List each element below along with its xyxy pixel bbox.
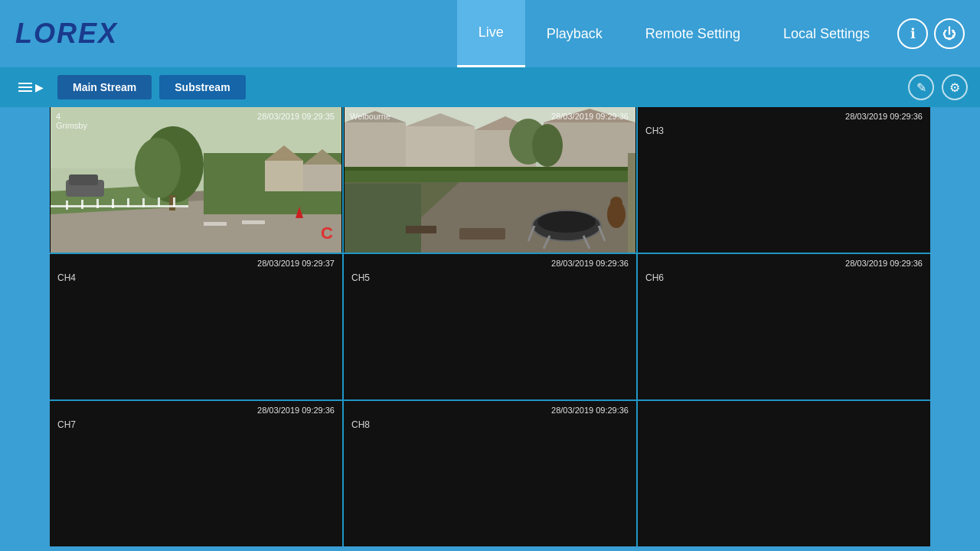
svg-point-54	[610, 197, 622, 209]
edit-icon-button[interactable]: ✎	[908, 74, 934, 100]
svg-rect-25	[303, 165, 341, 191]
ch6-timestamp: 28/03/2019 09:29:36	[845, 259, 923, 268]
camera-cell-ch6[interactable]: 28/03/2019 09:29:36 CH6	[638, 254, 930, 399]
ch3-timestamp: 28/03/2019 09:29:36	[845, 112, 923, 121]
svg-rect-21	[242, 220, 265, 224]
ch5-timestamp: 28/03/2019 09:29:36	[551, 259, 629, 268]
ch4-timestamp: 28/03/2019 09:29:37	[257, 259, 335, 268]
svg-rect-13	[112, 199, 114, 208]
svg-rect-11	[81, 200, 83, 209]
camera-cell-ch7[interactable]: 28/03/2019 09:29:36 CH7	[50, 401, 342, 546]
ch8-label: CH8	[351, 419, 370, 430]
ch1-location: Grimsby	[56, 121, 87, 130]
svg-point-46	[537, 211, 596, 233]
camera-cell-ch3[interactable]: 28/03/2019 09:29:36 CH3	[638, 107, 930, 253]
camera-cell-ch4[interactable]: 28/03/2019 09:29:37 CH4	[50, 254, 342, 399]
ch3-label: CH3	[645, 126, 664, 136]
ch2-location: Welbourne	[350, 112, 390, 121]
camera-cell-ch8[interactable]: 28/03/2019 09:29:36 CH8	[344, 401, 636, 546]
svg-rect-10	[66, 201, 68, 210]
svg-rect-16	[158, 197, 160, 207]
logo-text: LOREX	[15, 18, 457, 50]
menu-button[interactable]: ▶	[12, 78, 50, 96]
svg-rect-19	[69, 174, 98, 185]
svg-rect-9	[51, 205, 188, 207]
nav-playback[interactable]: Playback	[525, 0, 624, 67]
ch1-timestamp-left: 4	[56, 112, 60, 121]
nav-remote-setting[interactable]: Remote Setting	[624, 0, 762, 67]
toolbar: ▶ Main Stream Substream ✎ ⚙	[0, 67, 980, 107]
camera-cell-ch5[interactable]: 28/03/2019 09:29:36 CH5	[344, 254, 636, 399]
ch8-timestamp: 28/03/2019 09:29:36	[551, 406, 629, 415]
main-stream-button[interactable]: Main Stream	[57, 75, 152, 99]
svg-rect-12	[96, 199, 99, 208]
ch7-timestamp: 28/03/2019 09:29:36	[257, 406, 335, 415]
svg-rect-29	[345, 122, 406, 168]
svg-rect-14	[127, 198, 129, 207]
hamburger-icon	[18, 83, 32, 92]
ch6-label: CH6	[645, 272, 664, 283]
svg-rect-20	[204, 222, 227, 226]
svg-point-38	[532, 124, 563, 167]
ch2-timestamp: 28/03/2019 09:29:36	[551, 112, 629, 121]
power-button[interactable]: ⏻	[934, 18, 965, 49]
navigation: Live Playback Remote Setting Local Setti…	[457, 0, 965, 67]
svg-point-7	[135, 138, 181, 199]
camera-cell-ch2[interactable]: Welbourne 28/03/2019 09:29:36	[344, 107, 636, 253]
svg-rect-43	[345, 184, 421, 253]
svg-rect-40	[345, 167, 635, 171]
svg-rect-31	[406, 126, 475, 168]
ch1-timestamp: 28/03/2019 09:29:35	[257, 112, 335, 121]
ch4-label: CH4	[57, 272, 76, 283]
svg-rect-44	[628, 153, 635, 253]
svg-rect-17	[173, 197, 175, 207]
camera-cell-ch9[interactable]	[638, 401, 930, 546]
svg-rect-15	[142, 198, 145, 207]
svg-rect-23	[265, 161, 303, 191]
ch7-label: CH7	[57, 419, 76, 430]
header: LOREX Live Playback Remote Setting Local…	[0, 0, 980, 67]
nav-local-settings[interactable]: Local Settings	[762, 0, 891, 67]
ch1-loading-icon: C	[321, 223, 333, 243]
svg-rect-51	[459, 228, 505, 240]
info-button[interactable]: ℹ	[897, 18, 928, 49]
camera-cell-ch1[interactable]: 4 Grimsby 28/03/2019 09:29:35 C	[50, 107, 342, 253]
settings-icon-button[interactable]: ⚙	[942, 74, 968, 100]
nav-live[interactable]: Live	[457, 0, 525, 67]
play-icon: ▶	[35, 81, 44, 93]
ch5-label: CH5	[351, 272, 370, 283]
camera-grid: 4 Grimsby 28/03/2019 09:29:35 C	[50, 107, 930, 546]
svg-rect-52	[406, 226, 436, 233]
substream-button[interactable]: Substream	[159, 75, 245, 99]
